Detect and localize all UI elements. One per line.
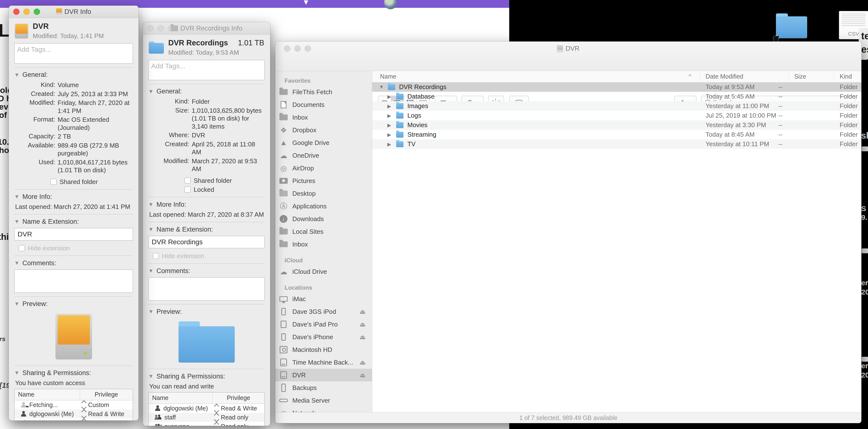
section-name-extension[interactable]: ▼Name & Extension: — [148, 226, 265, 233]
file-row-movies[interactable]: ▶ Movies Yesterday at 3:30 PM -- Folder — [372, 120, 861, 130]
disclosure-collapsed-icon[interactable]: ▶ — [388, 132, 391, 138]
privilege-stepper[interactable] — [82, 419, 86, 421]
eject-icon[interactable]: ⏏ — [360, 333, 366, 341]
tags-field[interactable]: Add Tags... — [14, 43, 133, 64]
disclosure-collapsed-icon[interactable]: ▶ — [388, 94, 391, 100]
disclosure-icon[interactable]: ▼ — [14, 72, 20, 78]
section-more-info[interactable]: ▼More Info: — [148, 201, 265, 208]
section-name-extension[interactable]: ▼Name & Extension: — [14, 218, 133, 226]
desktop-folder-icon[interactable] — [776, 13, 807, 38]
section-sharing[interactable]: ▼Sharing & Permissions: — [14, 369, 133, 377]
comments-field[interactable] — [148, 277, 265, 301]
privilege-stepper[interactable] — [215, 404, 218, 412]
disclosure-expanded-icon[interactable]: ▼ — [379, 84, 384, 90]
shared-folder-checkbox-row[interactable]: Shared folder — [50, 178, 133, 186]
perm-row[interactable]: everyoneRead only — [149, 422, 264, 426]
disclosure-icon[interactable]: ▼ — [148, 88, 154, 95]
sidebar-item-inbox[interactable]: Inbox — [275, 111, 372, 124]
eject-icon[interactable]: ⏏ — [360, 321, 366, 328]
sidebar-item-local-sites[interactable]: Local Sites — [275, 225, 372, 238]
perm-row[interactable]: staffRead only — [149, 413, 264, 422]
perm-row[interactable]: staffRead only — [14, 419, 133, 421]
titlebar[interactable]: DVR Info — [9, 6, 138, 18]
disclosure-icon[interactable]: ▼ — [148, 226, 154, 233]
sidebar-item-applications[interactable]: ⒶApplications — [275, 200, 372, 212]
sidebar-item-backups[interactable]: Backups — [275, 382, 372, 394]
column-divider[interactable] — [700, 72, 701, 81]
titlebar[interactable]: DVR Recordings Info — [143, 22, 270, 35]
section-general[interactable]: ▼General: — [14, 71, 133, 78]
perm-row[interactable]: Fetching...Custom — [14, 400, 133, 409]
section-comments[interactable]: ▼Comments: — [148, 267, 265, 275]
section-preview[interactable]: ▼Preview: — [14, 300, 133, 308]
disclosure-icon[interactable]: ▼ — [148, 308, 154, 315]
disclosure-collapsed-icon[interactable]: ▶ — [388, 122, 391, 128]
column-header-size[interactable]: Size — [794, 73, 806, 80]
sidebar-item-time-machine[interactable]: Time Machine Back...⏏ — [275, 356, 372, 369]
column-header-date[interactable]: Date Modified — [706, 73, 743, 80]
eject-icon[interactable]: ⏏ — [360, 308, 366, 316]
name-input[interactable]: DVR — [14, 228, 133, 241]
section-general[interactable]: ▼General: — [148, 88, 265, 95]
disclosure-icon[interactable]: ▼ — [14, 260, 20, 266]
file-row-tv[interactable]: ▶ TV Yesterday at 10:11 PM -- Folder — [372, 139, 861, 149]
sidebar-item-macintosh-hd[interactable]: Macintosh HD — [275, 343, 372, 356]
checkbox[interactable] — [184, 177, 191, 184]
sidebar-item-airdrop[interactable]: ◎AirDrop — [275, 162, 372, 174]
sidebar-item-dvr[interactable]: DVR⏏ — [275, 369, 372, 382]
eject-icon[interactable]: ⏏ — [360, 371, 366, 379]
sidebar-item-inbox-2[interactable]: Inbox — [275, 238, 372, 251]
locked-checkbox-row[interactable]: Locked — [184, 186, 265, 194]
sidebar-item-pictures[interactable]: Pictures — [275, 174, 372, 187]
file-row-images[interactable]: ▶ Images Yesterday at 11:00 PM -- Folder — [372, 101, 861, 111]
list-column-headers[interactable]: Name ^ Date Modified Size Kind — [372, 71, 861, 82]
sidebar-item-filethis-fetch[interactable]: FileThis Fetch — [275, 86, 372, 98]
sidebar-item-documents[interactable]: Documents — [275, 98, 372, 111]
info-value: April 25, 2018 at 11:08 AM — [192, 140, 265, 156]
sidebar-item-desktop[interactable]: Desktop — [275, 187, 372, 200]
privilege-stepper[interactable] — [215, 422, 218, 426]
disclosure-collapsed-icon[interactable]: ▶ — [388, 103, 391, 109]
file-row-streaming[interactable]: ▶ Streaming Today at 8:45 AM -- Folder — [372, 130, 861, 139]
disclosure-icon[interactable]: ▼ — [14, 194, 20, 200]
sidebar-item-imac[interactable]: iMac — [275, 293, 372, 305]
section-more-info[interactable]: ▼More Info: — [14, 193, 133, 201]
section-preview[interactable]: ▼Preview: — [148, 308, 265, 316]
file-row-dvr-recordings[interactable]: ▼ DVR Recordings Today at 9:53 AM -- Fol… — [372, 82, 861, 92]
disclosure-collapsed-icon[interactable]: ▶ — [388, 113, 391, 119]
sidebar-item-ipod[interactable]: Dave 3GS iPod⏏ — [275, 305, 372, 318]
sidebar-item-icloud-drive[interactable]: ☁iCloud Drive — [275, 265, 372, 278]
section-comments[interactable]: ▼Comments: — [14, 259, 133, 267]
perm-row[interactable]: dglogowski (Me)Read & Write — [149, 404, 264, 413]
sidebar-item-media-server[interactable]: Media Server — [275, 394, 372, 407]
privilege-stepper[interactable] — [82, 410, 86, 418]
column-header-kind[interactable]: Kind — [840, 73, 852, 80]
disclosure-icon[interactable]: ▼ — [148, 373, 154, 380]
name-input[interactable]: DVR Recordings — [148, 236, 265, 249]
perm-row[interactable]: dglogowski (Me)Read & Write — [14, 409, 133, 419]
sidebar-item-onedrive[interactable]: ☁OneDrive — [275, 149, 372, 162]
eject-icon[interactable]: ⏏ — [360, 359, 366, 366]
sidebar-item-iphone[interactable]: Dave's iPhone⏏ — [275, 331, 372, 343]
section-sharing[interactable]: ▼Sharing & Permissions: — [148, 373, 265, 380]
sidebar-item-ipad[interactable]: Dave's iPad Pro⏏ — [275, 318, 372, 331]
disclosure-collapsed-icon[interactable]: ▶ — [388, 141, 391, 147]
checkbox[interactable] — [184, 187, 191, 193]
sidebar-item-dropbox[interactable]: ❖Dropbox — [275, 124, 372, 136]
disclosure-icon[interactable]: ▼ — [14, 219, 20, 225]
disclosure-icon[interactable]: ▼ — [148, 268, 154, 274]
disclosure-icon[interactable]: ▼ — [148, 201, 154, 208]
disclosure-icon[interactable]: ▼ — [14, 301, 20, 307]
tags-field[interactable]: Add Tags... — [148, 60, 265, 80]
privilege-stepper[interactable] — [215, 414, 218, 422]
column-header-name[interactable]: Name — [380, 73, 396, 80]
sidebar-item-downloads[interactable]: ↓Downloads — [275, 212, 372, 225]
sidebar-item-google-drive[interactable]: ▲Google Drive — [275, 136, 372, 149]
disclosure-icon[interactable]: ▼ — [14, 370, 20, 376]
file-row-database[interactable]: ▶ Database Today at 5:45 AM -- Folder — [372, 92, 861, 101]
privilege-stepper[interactable] — [82, 401, 86, 409]
file-row-logs[interactable]: ▶ Logs Jul 25, 2019 at 10:00 PM -- Folde… — [372, 111, 861, 120]
comments-field[interactable] — [14, 269, 133, 293]
shared-folder-checkbox-row[interactable]: Shared folder — [184, 177, 265, 185]
checkbox[interactable] — [50, 178, 57, 185]
